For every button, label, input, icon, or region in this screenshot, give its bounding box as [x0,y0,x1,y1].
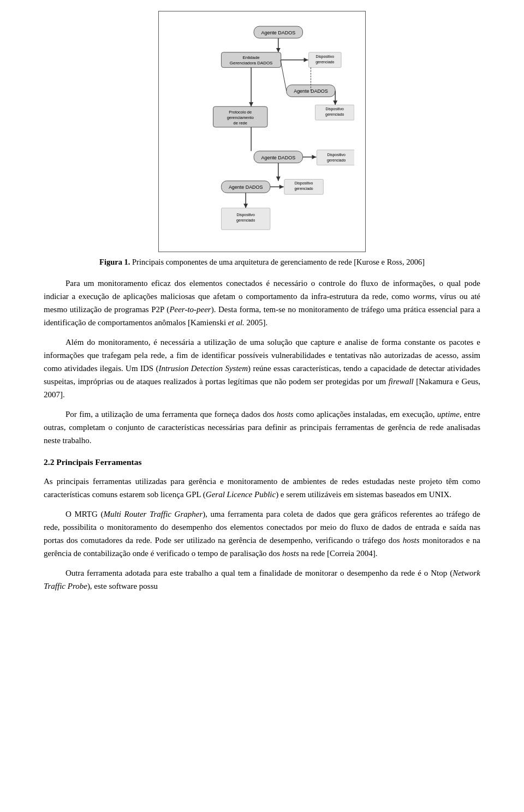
italic-hosts-2: hosts [403,536,420,545]
italic-hosts-1: hosts [277,410,294,419]
svg-text:gerenciado: gerenciado [325,112,344,117]
svg-text:gerenciado: gerenciado [294,187,313,191]
svg-text:Agente DADOS: Agente DADOS [261,30,296,35]
svg-text:Dispositivo: Dispositivo [327,153,346,157]
italic-ntop: Network Traffic Probe [44,569,480,590]
svg-text:gerenciado: gerenciado [315,60,334,64]
page: Agente DADOS Entidade Gerenciadora DADOS… [0,0,524,812]
paragraph-5: O MRTG (Multi Router Traffic Grapher), u… [44,507,480,560]
body-text: Para um monitoramento eficaz dos element… [44,277,480,593]
svg-text:Protocolo de: Protocolo de [229,110,252,115]
paragraph-4: As principais ferramentas utilizadas par… [44,475,480,501]
svg-text:Dispositivo: Dispositivo [325,107,344,111]
italic-peer: Peer-to-peer [169,305,211,314]
italic-uptime: uptime [437,410,460,419]
italic-etal: et al. [228,318,245,327]
paragraph-3: Por fim, a utilização de uma ferramenta … [44,408,480,447]
italic-gpl: Geral Licence Public [206,490,276,499]
section-heading-2-2: 2.2 Principais Ferramentas [44,456,480,469]
diagram-svg: Agente DADOS Entidade Gerenciadora DADOS… [170,20,354,238]
svg-text:de rede: de rede [234,121,247,126]
figure-caption-bold: Figura 1. [99,258,130,266]
italic-worms: worms [413,292,434,301]
figure-caption: Figura 1. Principais componentes de uma … [99,258,425,267]
svg-marker-21 [333,100,337,105]
paragraph-2: Além do monitoramento, é necessária a ut… [44,336,480,401]
italic-hosts-3: hosts [282,549,299,558]
svg-text:gerenciado: gerenciado [236,218,255,223]
svg-marker-43 [243,204,248,208]
svg-text:Dispositivo: Dispositivo [316,55,335,59]
figure-container: Agente DADOS Entidade Gerenciadora DADOS… [44,11,480,267]
svg-text:gerenciado: gerenciado [327,158,346,163]
italic-firewall: firewall [389,377,414,386]
figure-caption-text: Principais componentes de uma arquitetur… [130,258,425,266]
svg-text:Gerenciadora DADOS: Gerenciadora DADOS [230,61,273,65]
paragraph-6: Outra ferramenta adotada para este traba… [44,566,480,593]
svg-text:gerenciamento: gerenciamento [227,115,254,120]
svg-line-48 [281,60,287,91]
svg-text:Agente DADOS: Agente DADOS [229,184,263,190]
svg-text:Dispositivo: Dispositivo [236,213,255,217]
svg-text:Agente DADOS: Agente DADOS [261,155,296,160]
svg-marker-8 [304,58,308,62]
svg-marker-29 [312,155,316,159]
svg-text:Entidade: Entidade [242,55,260,60]
paragraph-1: Para um monitoramento eficaz dos element… [44,277,480,329]
svg-text:Dispositivo: Dispositivo [295,181,313,186]
svg-marker-13 [249,102,253,106]
svg-marker-34 [276,176,281,181]
italic-ids: Intrusion Detection System [158,364,248,373]
italic-mrtg: Multi Router Traffic Grapher [103,510,203,518]
diagram-box: Agente DADOS Entidade Gerenciadora DADOS… [158,11,366,252]
svg-marker-38 [279,184,284,189]
svg-marker-3 [276,48,281,52]
